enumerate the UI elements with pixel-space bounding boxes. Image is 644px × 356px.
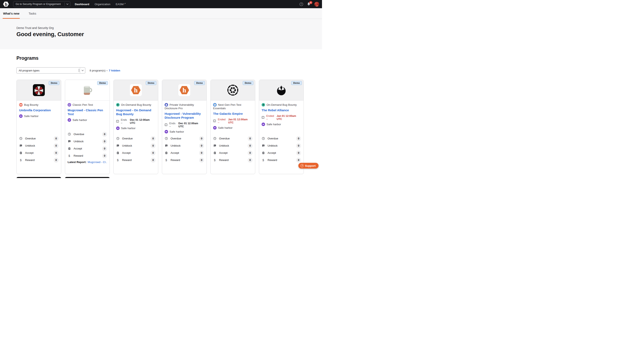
bugcrowd-logo-icon[interactable]: b: [2, 1, 10, 7]
stat-reward: $ Reward 0: [19, 156, 58, 164]
nav-organization[interactable]: Organization: [95, 3, 110, 6]
stat-count: 0: [296, 143, 301, 148]
stat-count: 0: [199, 136, 204, 141]
stat-label: Accept: [74, 147, 82, 150]
stat-count: 0: [296, 158, 301, 163]
stat-label: Reward: [74, 154, 83, 157]
clipboard-icon: [19, 151, 22, 155]
top-navigation-bar: b Go to Security Program or Engagement D…: [0, 0, 322, 8]
hugcrowd-logo: h: [130, 84, 142, 96]
stat-count: 0: [102, 146, 107, 151]
safe-harbor-row: Safe harbor: [19, 114, 58, 118]
program-title-link[interactable]: Umbrella Corporation: [19, 108, 58, 112]
stat-accept: Accept 0: [68, 145, 107, 152]
stat-unblock: Unblock 0: [213, 142, 252, 149]
hugcrowd-logo: h: [178, 84, 190, 96]
stat-count: 0: [102, 153, 107, 158]
stat-count: 0: [54, 158, 58, 163]
stat-label: Reward: [170, 158, 180, 162]
program-title-link[interactable]: Hugcrowd - Vulnerability Disclosure Prog…: [164, 112, 204, 120]
program-type-row: Bug Bounty: [19, 103, 58, 107]
main-nav: Dashboard Organization EASM↗: [75, 3, 126, 6]
stat-count: 0: [150, 158, 156, 163]
stat-accept: Accept 0: [19, 149, 58, 156]
comment-alert-icon: [116, 144, 120, 147]
program-stats: Overdue 0 Unblock 0 Accept 0: [116, 135, 156, 164]
stat-count: 0: [296, 136, 301, 141]
safe-harbor-icon: [164, 130, 168, 133]
demo-badge: Demo: [146, 81, 156, 85]
dollar-icon: $: [68, 154, 71, 157]
ended-row: Ended – Jan 01 12:00am UTC: [213, 118, 252, 124]
program-card-body: Private Vulnerability Disclosure Pro Hug…: [162, 101, 206, 174]
latest-report-link[interactable]: Mugcrowd - Cl...: [88, 161, 107, 164]
stat-label: Unblock: [74, 140, 84, 143]
program-title-link[interactable]: Mugcrowd - Classic Pen Test: [68, 108, 107, 116]
stat-reward: $ Reward 0: [213, 156, 252, 164]
greeting-section: Demo Trust and Security Org Good evening…: [0, 19, 322, 49]
help-icon[interactable]: ?: [300, 2, 303, 6]
demo-badge: Demo: [97, 81, 108, 85]
program-cards: Demo: [16, 80, 322, 174]
program-type-row: On-Demand Bug Bounty: [262, 103, 301, 107]
hidden-programs-link[interactable]: 7 hidden: [109, 69, 120, 72]
svg-text:b: b: [5, 2, 7, 6]
ended-row: Ended – Jan 01 12:00am UTC: [262, 114, 301, 120]
program-type-row: Next Gen Pen Test Essentials: [213, 103, 252, 110]
programs-heading: Programs: [16, 55, 322, 61]
stat-count: 0: [150, 143, 156, 148]
stat-label: Accept: [268, 151, 276, 154]
latest-report-row: Latest Report:Mugcrowd - Cl...: [68, 161, 107, 164]
dropdown-divider: [64, 2, 65, 6]
program-title-link[interactable]: The Galactic Empire: [213, 112, 252, 116]
demo-badge: Demo: [291, 81, 302, 85]
stat-count: 0: [54, 150, 58, 155]
nav-easm-label: EASM: [116, 3, 124, 6]
stat-label: Accept: [122, 151, 130, 154]
stat-count: 0: [248, 158, 252, 163]
program-title-link[interactable]: The Rebel Alliance: [262, 108, 301, 112]
support-button[interactable]: ? Support: [298, 163, 318, 169]
stat-label: Overdue: [170, 137, 181, 140]
stat-overdue: Overdue 0: [164, 135, 204, 142]
program-stats: Overdue 0 Unblock 0 Accept 0: [68, 131, 107, 159]
stat-label: Accept: [219, 151, 228, 154]
program-title-link[interactable]: Hugcrowd - On Demand Bug Bounty: [116, 108, 156, 116]
program-card-mugcrowd-classic-pen-test: Demo Classic Pen Test: [65, 80, 110, 174]
dollar-icon: $: [19, 158, 22, 162]
program-type-filter[interactable]: All program types: [16, 67, 85, 73]
calendar-icon: [164, 123, 168, 126]
stat-unblock: Unblock 0: [262, 142, 301, 149]
clipboard-icon: [68, 147, 71, 150]
comment-alert-icon: [68, 140, 71, 143]
safe-harbor-row: Safe harbor: [116, 126, 156, 130]
tab-tasks[interactable]: Tasks: [28, 12, 36, 19]
page-title: Good evening, Customer: [16, 31, 322, 37]
program-card-header: Demo: [17, 80, 61, 101]
notifications-button[interactable]: 9: [307, 2, 311, 6]
program-card-body: On-Demand Bug Bounty The Rebel Alliance …: [259, 101, 304, 174]
private-vulnerability-disclosure-icon: [164, 103, 168, 107]
nav-dashboard[interactable]: Dashboard: [75, 3, 90, 6]
program-card-hugcrowd-vdp: Demo h: [162, 80, 207, 174]
safe-harbor-label: Safe harbor: [170, 130, 184, 133]
program-type-row: On-Demand Bug Bounty: [116, 103, 156, 107]
stat-label: Unblock: [122, 144, 132, 147]
stat-overdue: Overdue 0: [213, 135, 252, 142]
stat-accept: Accept 0: [213, 149, 252, 156]
clock-icon: [68, 133, 71, 136]
stat-reward: $ Reward 0: [262, 156, 301, 164]
program-stats: Overdue 0 Unblock 0 Accept 0: [262, 135, 301, 164]
dropdown-divider: [80, 67, 80, 73]
program-selector-dropdown[interactable]: Go to Security Program or Engagement: [13, 1, 70, 7]
ends-date: Jan 01 12:00am UTC: [228, 118, 252, 124]
stat-count: 0: [102, 139, 107, 144]
stat-label: Unblock: [170, 144, 180, 147]
stat-reward: $ Reward 0: [68, 152, 107, 159]
nav-easm[interactable]: EASM↗: [116, 3, 126, 6]
stat-count: 0: [150, 150, 156, 155]
tab-whats-new[interactable]: What's new: [3, 12, 20, 19]
stat-accept: Accept 0: [116, 149, 156, 156]
user-avatar[interactable]: [314, 2, 319, 6]
program-card-umbrella-corporation: Demo: [16, 80, 61, 174]
